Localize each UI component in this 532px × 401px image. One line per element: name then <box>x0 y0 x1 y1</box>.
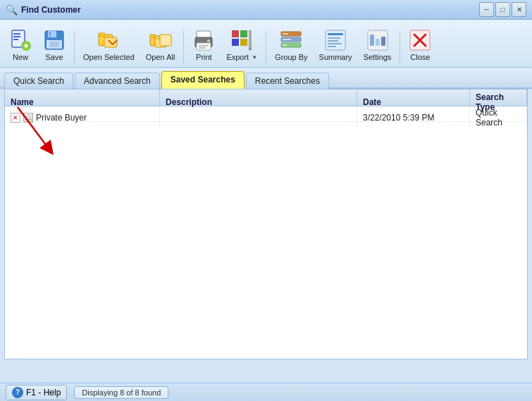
svg-point-23 <box>207 39 210 42</box>
open-all-label: Open All <box>146 53 175 61</box>
close-toolbar-button[interactable]: Close <box>404 26 436 64</box>
export-icon <box>230 29 253 51</box>
help-button[interactable]: ? F1 - Help <box>6 385 67 400</box>
tab-quick-search[interactable]: Quick Search <box>4 73 73 89</box>
export-label: Export <box>226 53 249 61</box>
save-label: Save <box>45 53 63 61</box>
display-text: Displaying 8 of 8 found <box>82 388 161 397</box>
cell-date: 3/22/2010 5:39 PM <box>357 106 470 129</box>
svg-rect-3 <box>13 39 18 40</box>
settings-button[interactable]: Settings <box>359 26 397 64</box>
svg-rect-39 <box>328 37 340 39</box>
group-by-button[interactable]: Group By <box>270 26 312 64</box>
tabs-bar: Quick Search Advanced Search Saved Searc… <box>0 68 532 89</box>
settings-icon <box>366 29 389 51</box>
close-toolbar-label: Close <box>410 53 430 61</box>
svg-rect-6 <box>25 44 27 48</box>
separator-2 <box>183 30 184 64</box>
open-all-icon <box>149 29 172 51</box>
group-by-icon <box>280 29 302 51</box>
open-all-button[interactable]: Open All <box>141 26 180 64</box>
title-bar: 🔍 Find Customer ─ □ ✕ <box>0 0 532 20</box>
table-body: ✕ … Private Buyer 3/22/2010 5:39 PM Quic… <box>5 106 527 359</box>
cell-search-type: Quick Search <box>470 106 527 129</box>
help-icon: ? <box>12 387 23 398</box>
svg-rect-34 <box>283 33 288 35</box>
svg-rect-44 <box>370 35 374 46</box>
svg-rect-30 <box>249 30 252 50</box>
main-content: Name Description Date Search Type ✕ … Pr… <box>4 89 528 359</box>
status-bar: ? F1 - Help Displaying 8 of 8 found <box>0 383 532 401</box>
svg-rect-13 <box>99 33 105 36</box>
print-label: Print <box>196 53 212 61</box>
svg-rect-25 <box>199 47 206 49</box>
row-name-text: Private Buyer <box>36 113 87 123</box>
separator-3 <box>266 30 266 64</box>
help-label: F1 - Help <box>26 388 61 397</box>
tab-advanced-search[interactable]: Advanced Search <box>75 73 160 89</box>
export-dropdown-arrow: ▼ <box>252 54 257 61</box>
svg-rect-42 <box>328 46 336 47</box>
export-button[interactable]: Export ▼ <box>221 26 262 64</box>
print-button[interactable]: Print <box>187 26 220 64</box>
toolbar: New Save Open Selected <box>0 20 532 68</box>
save-icon <box>43 29 66 51</box>
svg-rect-11 <box>49 42 59 47</box>
summary-label: Summary <box>319 53 352 61</box>
app-icon: 🔍 <box>6 4 17 16</box>
svg-rect-28 <box>232 39 239 46</box>
close-toolbar-icon <box>409 29 431 51</box>
svg-rect-24 <box>199 45 209 47</box>
svg-rect-8 <box>48 31 56 37</box>
print-icon <box>192 29 215 51</box>
svg-rect-2 <box>13 36 20 37</box>
new-icon <box>9 29 32 51</box>
svg-rect-36 <box>283 44 287 46</box>
settings-label: Settings <box>364 53 392 61</box>
summary-button[interactable]: Summary <box>314 26 357 64</box>
summary-icon <box>324 29 347 51</box>
cell-name: ✕ … Private Buyer <box>5 106 160 129</box>
separator-1 <box>74 30 75 64</box>
svg-rect-27 <box>240 30 247 37</box>
new-label: New <box>13 53 28 61</box>
row-expand-button[interactable]: … <box>23 113 33 123</box>
svg-rect-35 <box>283 39 291 40</box>
table-row[interactable]: ✕ … Private Buyer 3/22/2010 5:39 PM Quic… <box>5 106 527 122</box>
save-button[interactable]: Save <box>38 26 70 64</box>
svg-rect-40 <box>328 40 338 42</box>
svg-rect-16 <box>150 35 155 37</box>
svg-rect-18 <box>155 36 160 39</box>
group-by-label: Group By <box>275 53 307 61</box>
svg-rect-45 <box>376 39 380 46</box>
svg-rect-19 <box>160 35 171 46</box>
new-button[interactable]: New <box>4 26 37 64</box>
separator-4 <box>400 30 400 64</box>
svg-rect-46 <box>381 37 385 46</box>
svg-rect-1 <box>13 33 20 35</box>
display-info: Displaying 8 of 8 found <box>74 386 168 399</box>
title-controls: ─ □ ✕ <box>479 2 526 17</box>
minimize-button[interactable]: ─ <box>479 2 494 17</box>
svg-rect-26 <box>232 30 239 37</box>
window-title: Find Customer <box>21 5 479 15</box>
restore-button[interactable]: □ <box>495 2 510 17</box>
svg-rect-38 <box>328 33 343 35</box>
tab-saved-searches[interactable]: Saved Searches <box>161 71 245 89</box>
row-delete-button[interactable]: ✕ <box>11 113 20 123</box>
open-selected-button[interactable]: Open Selected <box>78 26 140 64</box>
svg-rect-9 <box>49 32 51 37</box>
open-selected-icon <box>97 29 120 51</box>
table-header: Name Description Date Search Type <box>5 90 527 106</box>
tab-recent-searches[interactable]: Recent Searches <box>246 73 329 89</box>
open-selected-label: Open Selected <box>83 53 135 61</box>
svg-rect-41 <box>328 43 342 44</box>
cell-description <box>160 106 357 129</box>
window-close-button[interactable]: ✕ <box>512 2 526 17</box>
svg-rect-29 <box>240 39 247 46</box>
